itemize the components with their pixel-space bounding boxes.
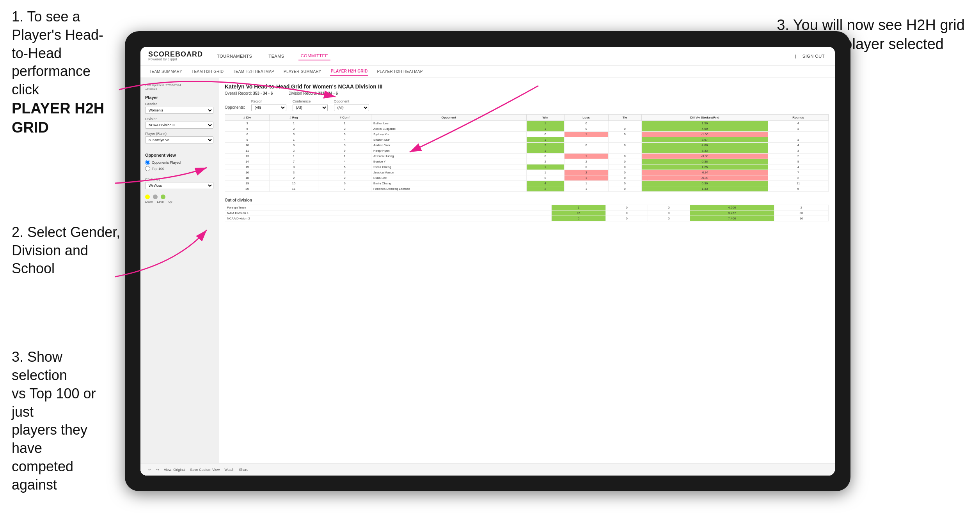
nav-tournaments[interactable]: TOURNAMENTS <box>215 52 254 60</box>
cell-diff: 3.33 <box>641 148 768 154</box>
cell-div: 11 <box>225 148 270 154</box>
cell-loss: 2 <box>564 170 608 175</box>
nav-teams[interactable]: TEAMS <box>266 52 286 60</box>
cell-win: 1 <box>526 137 564 143</box>
table-row: NAIA Division 1 15 0 0 9.267 30 <box>225 210 829 216</box>
subnav-player-h2h[interactable]: PLAYER H2H GRID <box>330 67 369 76</box>
cell-loss: 1 <box>564 181 608 186</box>
cell-tie: 0 <box>608 164 641 170</box>
cell-rounds <box>768 132 829 137</box>
save-custom-button[interactable]: Save Custom View <box>190 468 220 472</box>
opponent-opt1[interactable]: Opponents Played <box>145 160 213 165</box>
gender-select[interactable]: Women's <box>145 107 213 114</box>
step1-text2: to-Head performance click <box>12 44 121 99</box>
header-left: SCOREBOARD Powered by clippd TOURNAMENTS… <box>148 51 330 61</box>
subnav-player-heatmap[interactable]: PLAYER H2H HEATMAP <box>376 68 423 75</box>
cell-win: 1 <box>526 126 564 132</box>
cell-rounds: 11 <box>768 181 829 186</box>
cell-loss: 0 <box>606 210 648 216</box>
opponent-filter-label: Opponent <box>334 99 369 103</box>
cell-div: 18 <box>225 175 270 181</box>
cell-opponent: Sydney Kuo <box>371 132 526 137</box>
watch-button[interactable]: Watch <box>224 468 234 472</box>
cell-rounds: 30 <box>774 210 829 216</box>
cell-reg: 11 <box>270 186 318 192</box>
subnav-team-summary[interactable]: TEAM SUMMARY <box>148 68 183 75</box>
share-button[interactable]: Share <box>239 468 248 472</box>
cell-conf: 7 <box>318 186 371 192</box>
cell-loss: 0 <box>564 121 608 126</box>
cell-diff: -0.94 <box>641 170 768 175</box>
sign-out-button[interactable]: Sign out <box>800 52 827 60</box>
colour-by-select[interactable]: Win/loss <box>145 182 213 189</box>
step2-text1: 2. Select Gender, <box>12 223 121 242</box>
gender-label: Gender <box>145 102 213 106</box>
player-rank-select[interactable]: 8. Katelyn Vo <box>145 136 213 143</box>
cell-reg: 3 <box>270 132 318 137</box>
legend-dot-level <box>153 195 158 199</box>
region-filter-group: Region (All) <box>251 99 286 111</box>
col-win: Win <box>526 115 564 121</box>
tablet-screen: SCOREBOARD Powered by clippd TOURNAMENTS… <box>140 47 835 476</box>
h2h-table: # Div # Reg # Conf Opponent Win Loss Tie… <box>225 114 829 192</box>
table-row: 5 2 2 Alexis Sudjianto 1 0 0 4.00 3 <box>225 126 829 132</box>
cell-loss: 0 <box>606 205 648 210</box>
cell-div: 5 <box>225 126 270 132</box>
cell-diff: -5.00 <box>641 175 768 181</box>
cell-rounds: 7 <box>768 170 829 175</box>
cell-diff: 4.00 <box>641 126 768 132</box>
cell-diff: 1.50 <box>641 121 768 126</box>
region-filter-select[interactable]: (All) <box>251 104 286 111</box>
cell-loss: 1 <box>564 186 608 192</box>
cell-diff: 9.267 <box>690 210 774 216</box>
cell-win: 2 <box>526 143 564 148</box>
opponent-opt2[interactable]: Top 100 <box>145 166 213 171</box>
redo-button[interactable]: ↪ <box>156 468 159 472</box>
view-original-button[interactable]: View: Original <box>164 468 185 472</box>
cell-tie: 0 <box>648 210 690 216</box>
subnav-team-h2h[interactable]: TEAM H2H GRID <box>191 68 224 75</box>
colour-by-label: Colour by <box>145 177 213 181</box>
cell-conf: 3 <box>318 132 371 137</box>
cell-tie: 0 <box>608 159 641 164</box>
opponent-filter-select[interactable]: (All) <box>334 104 369 111</box>
cell-opponent: Emily Chang <box>371 181 526 186</box>
col-conf: # Conf <box>318 115 371 121</box>
step1-bold: PLAYER H2H GRID <box>12 99 121 138</box>
cell-rounds: 2 <box>768 154 829 159</box>
header-right: | Sign out <box>795 52 827 60</box>
colour-by-section: Colour by Win/loss Down Level Up <box>145 177 213 203</box>
opponents-label: Opponents: <box>225 105 245 110</box>
logo-sub: Powered by clippd <box>148 58 203 61</box>
subnav-player-summary[interactable]: PLAYER SUMMARY <box>283 68 322 75</box>
cell-tie: 0 <box>608 126 641 132</box>
table-row: 20 11 7 Federica Domecq Lacroze 2 1 0 1.… <box>225 186 829 192</box>
cell-win: 1 <box>526 170 564 175</box>
cell-div: 16 <box>225 170 270 175</box>
cell-win: 1 <box>526 121 564 126</box>
cell-diff: 1.33 <box>641 186 768 192</box>
cell-rounds: 2 <box>774 205 829 210</box>
cell-label: Foreign Team <box>225 205 552 210</box>
cell-win: 1 <box>552 205 606 210</box>
nav-committee[interactable]: COMMITTEE <box>298 52 331 60</box>
col-opponent: Opponent <box>371 115 526 121</box>
conference-filter-select[interactable]: (All) <box>293 104 328 111</box>
cell-win: 0 <box>526 154 564 159</box>
filters-row: Opponents: Region (All) Conference (All) <box>225 99 829 111</box>
logo-main: SCOREBOARD <box>148 51 203 58</box>
cell-win: 0 <box>526 132 564 137</box>
division-select[interactable]: NCAA Division III <box>145 122 213 129</box>
cell-opponent: Jessica Mason <box>371 170 526 175</box>
undo-button[interactable]: ↩ <box>148 468 151 472</box>
cell-diff: 7.400 <box>690 216 774 221</box>
toolbar-bottom: ↩ ↪ View: Original Save Custom View Watc… <box>140 463 835 476</box>
cell-win: 15 <box>552 210 606 216</box>
tablet-frame: SCOREBOARD Powered by clippd TOURNAMENTS… <box>125 31 850 491</box>
cell-win: 0 <box>526 175 564 181</box>
cell-win: 1 <box>526 148 564 154</box>
subnav-team-heatmap[interactable]: TEAM H2H HEATMAP <box>232 68 275 75</box>
cell-tie: 0 <box>608 181 641 186</box>
cell-loss: 0 <box>564 164 608 170</box>
step1-text: 1. To see a Player's Head- <box>12 8 121 44</box>
